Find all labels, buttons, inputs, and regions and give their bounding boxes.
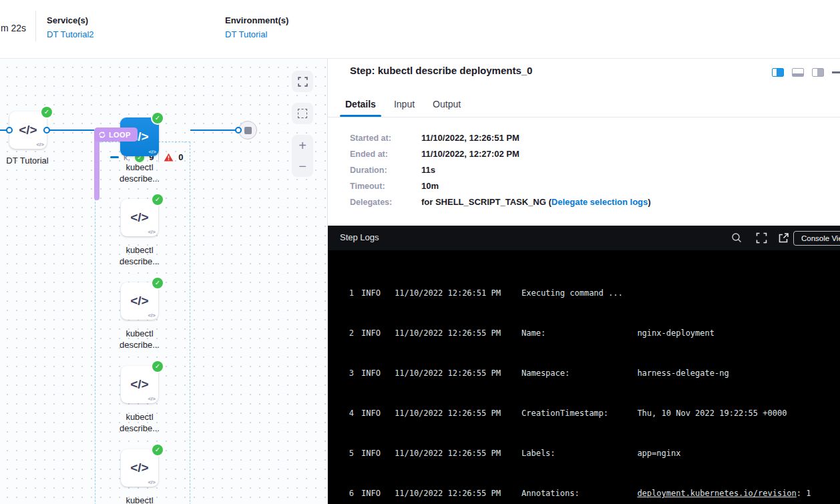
execution-topbar: m 22s Service(s) DT Tutorial2 Environmen… [0, 0, 840, 59]
step-label-line: describe... [103, 256, 176, 267]
log-timestamp: 11/10/2022 12:26:55 PM [395, 366, 501, 380]
fullscreen-icon [298, 77, 308, 87]
log-text: Executing command ... [521, 288, 623, 298]
step-node-dt-tutorial[interactable]: </> </> [9, 111, 47, 149]
step-detail-fields: Started at: 11/10/2022, 12:26:51 PM Ende… [350, 134, 651, 214]
log-message: Namespace: harness-delegate-ng [521, 368, 729, 378]
stop-square-icon [244, 127, 252, 134]
selection-square-icon [298, 109, 307, 118]
open-in-new-icon[interactable] [778, 232, 789, 244]
search-icon[interactable] [731, 232, 743, 244]
step-node-kubectl-4[interactable]: </> </> [121, 449, 158, 487]
step-logs-panel: Step Logs Console View 1INFO11/10/2022 1… [328, 226, 840, 504]
log-level: INFO [361, 407, 381, 420]
field-value: 11/10/2022, 12:26:51 PM [421, 134, 519, 143]
zoom-out-button[interactable]: − [298, 160, 306, 173]
field-label: Duration: [350, 166, 421, 175]
step-node-kubectl-3[interactable]: </> </> [121, 366, 158, 403]
layout-right-view-icon[interactable] [772, 68, 784, 77]
success-check-icon: ✓ [41, 107, 52, 117]
step-node-label: kubectl describe... [103, 411, 176, 434]
canvas-reset-view-button[interactable] [292, 103, 313, 124]
log-message: Annotations: deployment.kubernetes.io/re… [521, 489, 811, 498]
log-line-number: 3 [333, 366, 354, 380]
log-line-number: 1 [333, 286, 354, 300]
step-label-line: kubectl [103, 162, 176, 173]
step-node-label: kubectl describe... [103, 244, 176, 267]
step-details-panel: Step: kubectl describe deployments_0 Det… [327, 59, 840, 504]
log-text: CreationTimestamp: Thu, 10 Nov 2022 19:2… [521, 409, 787, 418]
log-line: 1INFO11/10/2022 12:26:51 PMExecuting com… [333, 286, 840, 300]
log-line-number: 2 [333, 326, 354, 340]
step-node-label: kubectl describe... [103, 162, 176, 184]
log-level: INFO [361, 286, 381, 300]
detail-tabs: Details Input Output [345, 99, 461, 116]
step-logs-header: Step Logs Console View [328, 226, 840, 250]
loop-icon [98, 131, 106, 139]
step-label-line: describe... [103, 423, 176, 434]
log-link-annotation[interactable]: deployment.kubernetes.io/revision [637, 489, 796, 498]
code-icon: </> [130, 210, 148, 225]
collapse-icon[interactable] [110, 156, 119, 158]
log-level: INFO [361, 447, 381, 460]
success-check-icon: ✓ [152, 361, 163, 372]
canvas-fit-button[interactable] [292, 71, 313, 92]
step-node-kubectl-1[interactable]: </> </> [121, 199, 158, 236]
connector-dot [6, 127, 13, 134]
step-logs-output[interactable]: 1INFO11/10/2022 12:26:51 PMExecuting com… [328, 250, 840, 504]
field-row-started: Started at: 11/10/2022, 12:26:51 PM [350, 134, 651, 143]
success-check-icon: ✓ [152, 278, 163, 288]
log-line: 4INFO11/10/2022 12:26:55 PMCreationTimes… [333, 407, 840, 420]
code-icon: </> [148, 149, 156, 155]
error-count: 0 [178, 152, 183, 162]
environment-block: Environment(s) DT Tutorial [225, 15, 288, 39]
loop-badge[interactable]: LOOP [94, 128, 138, 142]
code-icon: </> [130, 377, 148, 392]
zoom-in-button[interactable]: + [298, 139, 306, 152]
code-icon: </> [148, 312, 156, 318]
field-value: for SHELL_SCRIPT_TASK_NG (Delegate selec… [421, 198, 651, 207]
code-icon: </> [130, 294, 148, 308]
environment-label: Environment(s) [225, 15, 288, 25]
count-divider [158, 152, 159, 162]
log-level: INFO [361, 366, 381, 380]
log-text: Namespace: harness-delegate-ng [521, 368, 729, 378]
log-line: 6INFO11/10/2022 12:26:55 PMAnnotations: … [333, 487, 840, 500]
log-line: 5INFO11/10/2022 12:26:55 PMLabels: app=n… [333, 447, 840, 460]
step-node-kubectl-2[interactable]: </> </> [121, 282, 158, 320]
field-value: 10m [421, 182, 439, 191]
log-timestamp: 11/10/2022 12:26:55 PM [395, 407, 501, 420]
log-message: Executing command ... [521, 288, 623, 298]
step-label-line: kubectl [103, 411, 176, 423]
delegate-selection-logs-link[interactable]: Delegate selection logs [552, 197, 648, 207]
layout-bottom-view-icon[interactable] [792, 68, 804, 77]
field-row-ended: Ended at: 11/10/2022, 12:27:02 PM [350, 150, 651, 159]
field-label: Ended at: [350, 150, 421, 159]
environment-link[interactable]: DT Tutorial [225, 29, 288, 39]
tab-output[interactable]: Output [433, 99, 461, 116]
pipeline-graph-canvas[interactable]: </> </> ✓ DT Tutorial LOOP k. ✓ 9 [0, 59, 327, 504]
pipeline-execution-page: m 22s Service(s) DT Tutorial2 Environmen… [0, 0, 840, 504]
log-text: Name: nginx-deployment [521, 328, 714, 338]
service-link[interactable]: DT Tutorial2 [47, 29, 94, 39]
log-message: Labels: app=nginx [521, 449, 680, 458]
tab-input[interactable]: Input [394, 99, 415, 116]
console-view-button[interactable]: Console View [793, 231, 840, 246]
layout-minimized-view-icon[interactable] [812, 68, 824, 77]
step-logs-title: Step Logs [340, 232, 379, 242]
field-row-duration: Duration: 11s [350, 166, 651, 175]
fullscreen-icon[interactable] [756, 232, 767, 244]
code-icon: </> [19, 123, 37, 138]
execution-duration: m 22s [1, 23, 26, 33]
service-label: Service(s) [47, 15, 94, 25]
log-line-number: 6 [333, 487, 354, 500]
tab-details[interactable]: Details [345, 99, 376, 116]
minimize-panel-icon[interactable] [832, 71, 840, 73]
warning-icon [164, 153, 174, 162]
code-icon: </> [148, 229, 156, 235]
loop-badge-label: LOOP [109, 131, 131, 139]
log-line-number: 5 [333, 447, 354, 460]
step-title: Step: kubectl describe deployments_0 [350, 65, 532, 76]
step-label-line: describe... [103, 339, 176, 350]
log-level: INFO [361, 487, 381, 500]
